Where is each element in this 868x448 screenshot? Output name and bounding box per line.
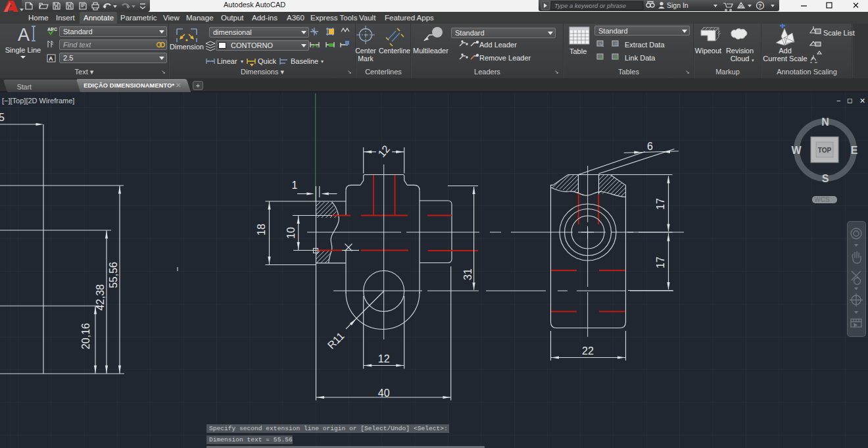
svg-text:?: ? — [758, 3, 762, 9]
svg-text:1: 1 — [292, 180, 298, 191]
svg-text:Type a keyword or phrase: Type a keyword or phrase — [554, 2, 626, 9]
svg-text:TOP: TOP — [818, 147, 832, 154]
svg-text:12: 12 — [378, 353, 390, 364]
svg-text:Single Line: Single Line — [5, 46, 41, 54]
svg-text:R11: R11 — [326, 330, 347, 351]
svg-text:6: 6 — [647, 141, 653, 152]
svg-text:A: A — [18, 25, 30, 45]
svg-text:10: 10 — [285, 227, 297, 239]
svg-text:5: 5 — [0, 112, 5, 123]
svg-text:20,16: 20,16 — [80, 323, 91, 349]
svg-text:N: N — [821, 116, 829, 128]
svg-text:17: 17 — [655, 257, 666, 268]
svg-text:WCS: WCS — [814, 196, 830, 203]
svg-text:S: S — [822, 173, 829, 184]
svg-text:22: 22 — [582, 345, 594, 357]
svg-text:Dimension: Dimension — [170, 43, 204, 51]
svg-text:31: 31 — [462, 268, 473, 280]
svg-text:Sign In: Sign In — [667, 1, 688, 9]
svg-text:12: 12 — [376, 143, 393, 160]
svg-text:17: 17 — [655, 198, 666, 210]
svg-text:18: 18 — [256, 224, 267, 236]
svg-text:A: A — [49, 55, 53, 62]
svg-text:E: E — [851, 145, 858, 156]
svg-text:40: 40 — [378, 387, 390, 399]
svg-text:42,38: 42,38 — [95, 284, 106, 311]
svg-text:W: W — [791, 145, 802, 156]
svg-text:55,56: 55,56 — [108, 262, 119, 288]
